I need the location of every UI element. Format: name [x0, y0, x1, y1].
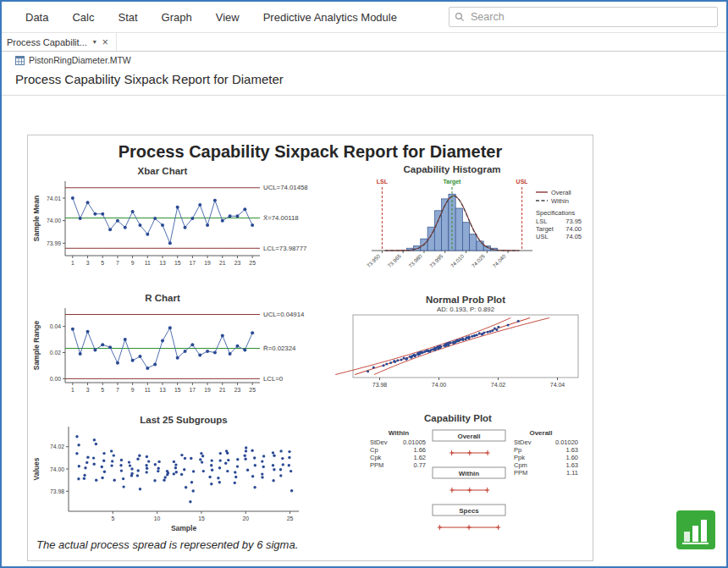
- svg-text:Target: Target: [444, 179, 462, 185]
- svg-text:9: 9: [131, 260, 135, 266]
- svg-text:1: 1: [71, 260, 74, 266]
- svg-text:5: 5: [101, 260, 104, 266]
- svg-text:StDev: StDev: [370, 438, 388, 446]
- svg-text:1: 1: [71, 387, 74, 393]
- svg-text:15: 15: [198, 516, 205, 521]
- search-input[interactable]: [469, 10, 712, 24]
- svg-text:Cpk: Cpk: [370, 454, 382, 461]
- svg-text:Capability Plot: Capability Plot: [424, 413, 492, 423]
- svg-text:0.02: 0.02: [50, 350, 61, 356]
- chevron-down-icon[interactable]: ▾: [93, 38, 97, 46]
- svg-text:1.63: 1.63: [565, 446, 578, 454]
- report-footnote: The actual process spread is represented…: [36, 538, 298, 551]
- svg-text:R̄=0.02324: R̄=0.02324: [263, 345, 296, 352]
- svg-text:74.02: 74.02: [50, 444, 64, 449]
- svg-text:X̄=74.00118: X̄=74.00118: [263, 214, 299, 222]
- svg-text:13: 13: [159, 387, 166, 393]
- svg-text:Target: Target: [536, 225, 554, 233]
- svg-text:17: 17: [190, 260, 196, 266]
- svg-text:74.00: 74.00: [565, 225, 582, 233]
- svg-text:5: 5: [111, 516, 114, 521]
- tab-label: Process Capabilit...: [7, 37, 87, 47]
- svg-text:73.95: 73.95: [565, 218, 582, 225]
- svg-text:PPM: PPM: [370, 461, 383, 469]
- svg-text:Sample Range: Sample Range: [32, 320, 41, 370]
- svg-text:74.05: 74.05: [565, 233, 582, 240]
- capability-histogram[interactable]: Capability HistogramLSLTargetUSL73.95073…: [329, 164, 587, 293]
- svg-text:Sample Mean: Sample Mean: [32, 196, 41, 241]
- page-title: Process Capability Sixpack Report for Di…: [2, 66, 726, 96]
- tab-process-capability[interactable]: Process Capabilit... ▾ ×: [2, 33, 117, 51]
- svg-text:0.01020: 0.01020: [555, 438, 578, 446]
- svg-text:AD: 0.193, P: 0.892: AD: 0.193, P: 0.892: [437, 306, 494, 313]
- svg-text:Cpm: Cpm: [514, 461, 527, 469]
- svg-text:Specifications: Specifications: [536, 209, 576, 217]
- menu-item-graph[interactable]: Graph: [150, 11, 204, 24]
- svg-text:Xbar Chart: Xbar Chart: [138, 166, 188, 176]
- svg-text:3: 3: [86, 260, 90, 266]
- svg-text:1.62: 1.62: [413, 454, 426, 461]
- menu-item-calc[interactable]: Calc: [60, 11, 106, 24]
- svg-text:1.11: 1.11: [566, 469, 578, 477]
- svg-text:74.00: 74.00: [432, 382, 447, 388]
- svg-text:73.995: 73.995: [428, 252, 444, 268]
- svg-text:23: 23: [234, 260, 241, 266]
- svg-text:74.040: 74.040: [491, 252, 507, 268]
- svg-text:Specs: Specs: [459, 507, 479, 515]
- report-title: Process Capability Sixpack Report for Di…: [28, 142, 593, 162]
- search-box[interactable]: [449, 7, 718, 27]
- svg-text:73.98: 73.98: [50, 488, 64, 494]
- search-icon: [455, 12, 465, 22]
- capability-plot[interactable]: Capability PlotWithinStDev0.01005Cp1.66C…: [329, 413, 587, 540]
- worksheet-name: PistonRingDiameter.MTW: [29, 55, 131, 65]
- svg-text:19: 19: [204, 260, 211, 266]
- svg-text:10: 10: [154, 516, 161, 521]
- svg-text:25: 25: [249, 260, 256, 266]
- normal-prob-plot[interactable]: Normal Prob PlotAD: 0.193, P: 0.89273.98…: [329, 295, 587, 405]
- menu-item-stat[interactable]: Stat: [106, 11, 149, 24]
- menu-bar: Data Calc Stat Graph View Predictive Ana…: [2, 2, 726, 33]
- worksheet-line: PistonRingDiameter.MTW: [2, 52, 726, 66]
- svg-text:0.77: 0.77: [413, 461, 426, 469]
- xbar-chart[interactable]: Xbar Chart73.9974.0074.01135791113151719…: [31, 166, 323, 278]
- bar-chart-icon: [676, 510, 715, 549]
- svg-text:9: 9: [131, 387, 135, 393]
- svg-text:Pp: Pp: [514, 446, 521, 454]
- svg-text:74.02: 74.02: [491, 382, 506, 388]
- svg-text:73.965: 73.965: [386, 252, 402, 268]
- svg-text:25: 25: [249, 387, 256, 393]
- app-window: Data Calc Stat Graph View Predictive Ana…: [0, 0, 728, 568]
- menu-item-view[interactable]: View: [204, 11, 251, 24]
- menu-item-data[interactable]: Data: [14, 11, 60, 24]
- svg-text:Ppk: Ppk: [514, 454, 525, 461]
- last-25-subgroups-chart[interactable]: Last 25 Subgroups73.9874.0074.0251015202…: [31, 415, 323, 535]
- worksheet-icon: [15, 56, 25, 65]
- svg-text:Within: Within: [389, 429, 409, 437]
- svg-text:R Chart: R Chart: [145, 293, 180, 303]
- svg-text:LCL=73.98777: LCL=73.98777: [263, 245, 306, 252]
- svg-text:74.010: 74.010: [449, 252, 466, 268]
- menu-item-predictive-analytics-module[interactable]: Predictive Analytics Module: [251, 11, 409, 24]
- svg-text:LSL: LSL: [377, 179, 389, 185]
- svg-text:Cp: Cp: [370, 446, 378, 454]
- graph-button[interactable]: [676, 510, 715, 549]
- svg-text:15: 15: [174, 387, 181, 393]
- r-chart[interactable]: R Chart0.000.020.04135791113151719212325…: [31, 293, 323, 405]
- svg-text:73.950: 73.950: [366, 252, 382, 268]
- svg-text:7: 7: [116, 260, 119, 266]
- svg-text:74.01: 74.01: [47, 196, 61, 201]
- svg-text:73.980: 73.980: [407, 252, 423, 268]
- svg-text:74.00: 74.00: [47, 218, 61, 223]
- svg-text:15: 15: [174, 260, 181, 266]
- svg-text:11: 11: [145, 387, 151, 393]
- svg-text:3: 3: [86, 387, 90, 393]
- close-icon[interactable]: ×: [102, 36, 108, 48]
- svg-text:1.63: 1.63: [565, 461, 578, 469]
- svg-text:0.00: 0.00: [50, 376, 61, 382]
- svg-text:1.66: 1.66: [413, 446, 426, 454]
- svg-text:19: 19: [204, 387, 211, 393]
- svg-text:73.98: 73.98: [372, 382, 388, 388]
- svg-text:LCL=0: LCL=0: [263, 375, 284, 383]
- svg-text:Normal Prob Plot: Normal Prob Plot: [426, 295, 505, 305]
- svg-text:0.01005: 0.01005: [403, 438, 426, 446]
